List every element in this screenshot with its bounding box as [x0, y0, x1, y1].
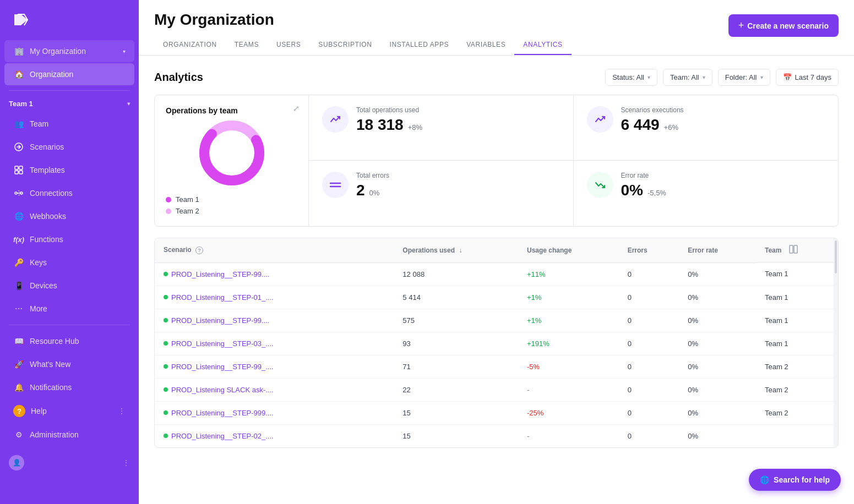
sidebar-item-help[interactable]: ? Help ⋮: [4, 399, 134, 423]
search-help-button[interactable]: 🌐 Search for help: [749, 469, 841, 491]
webhooks-icon: 🌐: [13, 211, 24, 222]
table-scrollbar[interactable]: [834, 238, 838, 447]
table-row: PROD_Listening__STEP-99_.... 71 -5% 0 0%…: [155, 355, 838, 378]
logo-icon[interactable]: [11, 10, 31, 30]
cell-errors: 0: [619, 286, 679, 309]
chart-card: Operations by team ⤢ Team 1: [155, 95, 309, 226]
sidebar-item-notifications[interactable]: 🔔 Notifications: [4, 376, 134, 398]
cell-scenario-name: PROD_Listening__STEP-02_....: [155, 424, 394, 447]
sidebar-item-administration[interactable]: ⚙ Administration: [4, 424, 134, 446]
sidebar-item-organization[interactable]: 🏠 Organization: [4, 63, 134, 85]
chart-title: Operations by team: [166, 106, 297, 115]
user-more-icon[interactable]: ⋮: [122, 458, 130, 467]
tab-organization[interactable]: ORGANIZATION: [154, 35, 226, 55]
cell-team: Team 1: [756, 262, 838, 286]
team-filter[interactable]: Team: All ▾: [663, 69, 712, 86]
cell-scenario-name: PROD_Listening__STEP-03_....: [155, 332, 394, 355]
sidebar-item-connections[interactable]: Connections: [4, 182, 134, 204]
sidebar-item-label: What's New: [30, 360, 70, 369]
tab-installed-apps[interactable]: INSTALLED APPS: [381, 35, 458, 55]
cell-operations: 93: [394, 332, 518, 355]
stat-operations-icon-wrap: [322, 106, 349, 133]
org-name: My Organization: [30, 47, 117, 56]
col-scenario: Scenario ?: [155, 238, 394, 262]
cell-scenario-name: PROD_Listening__STEP-99....: [155, 262, 394, 286]
team-icon: 👥: [13, 118, 24, 129]
tab-users[interactable]: USERS: [268, 35, 309, 55]
home-icon: 🏠: [13, 69, 24, 80]
svg-rect-11: [790, 245, 793, 253]
help-more-icon[interactable]: ⋮: [118, 407, 126, 415]
user-avatar[interactable]: 👤: [9, 455, 24, 470]
cell-error-rate: 0%: [679, 401, 756, 424]
sidebar-item-templates[interactable]: Templates: [4, 159, 134, 181]
filters-row: Status: All ▾ Team: All ▾ Folder: All ▾ …: [605, 69, 839, 86]
resource-hub-icon: 📖: [13, 336, 24, 347]
date-filter[interactable]: 📅 Last 7 days: [776, 69, 839, 86]
sidebar-item-whats-new[interactable]: 🚀 What's New: [4, 353, 134, 375]
tab-variables[interactable]: VARIABLES: [458, 35, 514, 55]
sidebar-item-label: Functions: [30, 235, 63, 244]
sidebar: 🏢 My Organization ▾ 🏠 Organization Team …: [0, 0, 139, 504]
columns-icon[interactable]: [789, 245, 798, 255]
sidebar-item-scenarios[interactable]: Scenarios: [4, 136, 134, 158]
cell-errors: 0: [619, 262, 679, 286]
sidebar-item-label: Organization: [30, 70, 73, 79]
help-circle-icon[interactable]: ?: [195, 246, 203, 254]
cell-scenario-name: PROD_Listening__STEP-999....: [155, 401, 394, 424]
stat-executions: Scenarios executions 6 449 +6%: [574, 95, 839, 161]
org-selector[interactable]: 🏢 My Organization ▾: [4, 40, 134, 62]
status-filter[interactable]: Status: All ▾: [605, 69, 657, 86]
cell-error-rate: 0%: [679, 355, 756, 378]
connections-icon: [13, 188, 24, 199]
team-name: Team 1: [9, 100, 124, 108]
cell-scenario-name: PROD_Listening__STEP-99....: [155, 309, 394, 332]
main-content: My Organization ORGANIZATION TEAMS USERS…: [139, 0, 854, 504]
status-active-dot: [164, 318, 168, 322]
table-body: PROD_Listening__STEP-99.... 12 088 +11% …: [155, 262, 838, 447]
sidebar-item-more[interactable]: ⋯ More: [4, 298, 134, 320]
cell-operations: 22: [394, 378, 518, 401]
cell-errors: 0: [619, 424, 679, 447]
stat-total-errors: Total errors 2 0%: [309, 161, 574, 226]
stat-operations-change: +8%: [408, 123, 422, 132]
administration-icon: ⚙: [13, 429, 24, 440]
page-title: My Organization: [154, 11, 572, 35]
create-scenario-button[interactable]: + Create a new scenario: [728, 14, 839, 37]
cell-usage-change: +1%: [518, 309, 619, 332]
sidebar-item-label: Scenarios: [30, 143, 64, 151]
sidebar-item-devices[interactable]: 📱 Devices: [4, 275, 134, 297]
sidebar-item-team[interactable]: 👥 Team: [4, 113, 134, 135]
stat-executions-icon-wrap: [587, 106, 613, 133]
stat-operations-label: Total operations used: [356, 106, 422, 114]
cell-team: [756, 424, 838, 447]
tab-teams[interactable]: TEAMS: [226, 35, 268, 55]
tab-analytics[interactable]: ANALYTICS: [514, 35, 571, 55]
tab-subscription[interactable]: SUBSCRIPTION: [309, 35, 380, 55]
cell-errors: 0: [619, 378, 679, 401]
help-badge-icon: ?: [13, 405, 25, 417]
cell-usage-change: -: [518, 424, 619, 447]
col-operations[interactable]: Operations used ↓: [394, 238, 518, 262]
folder-filter[interactable]: Folder: All ▾: [718, 69, 770, 86]
analytics-content: Analytics Status: All ▾ Team: All ▾ Fold…: [139, 56, 854, 504]
cell-operations: 5 414: [394, 286, 518, 309]
sidebar-item-resource-hub[interactable]: 📖 Resource Hub: [4, 330, 134, 352]
cell-team: Team 1: [756, 286, 838, 309]
cell-team: Team 1: [756, 309, 838, 332]
expand-icon[interactable]: ⤢: [293, 104, 300, 113]
status-active-dot: [164, 341, 168, 346]
legend-team1: Team 1: [166, 195, 199, 204]
stat-error-rate: Error rate 0% -5,5%: [574, 161, 839, 226]
svg-rect-2: [19, 166, 23, 169]
team-header[interactable]: Team 1 ▾: [0, 95, 139, 112]
stat-executions-value: 6 449: [621, 116, 660, 134]
cell-error-rate: 0%: [679, 286, 756, 309]
table-row: PROD_Listening__STEP-03_.... 93 +191% 0 …: [155, 332, 838, 355]
status-active-dot: [164, 295, 168, 299]
svg-rect-1: [15, 166, 18, 169]
sidebar-item-keys[interactable]: 🔑 Keys: [4, 251, 134, 273]
sidebar-item-functions[interactable]: f(x) Functions: [4, 228, 134, 250]
analytics-title: Analytics: [154, 71, 203, 84]
sidebar-item-webhooks[interactable]: 🌐 Webhooks: [4, 205, 134, 227]
